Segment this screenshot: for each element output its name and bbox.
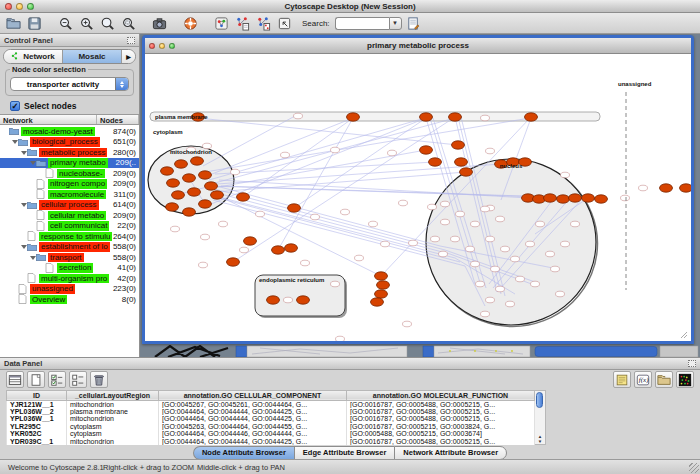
file-icon [36, 179, 46, 189]
zoom-selected-icon[interactable] [119, 14, 138, 32]
snapshot-icon[interactable] [150, 14, 169, 32]
tree-row[interactable]: cellular process614(0) [0, 200, 139, 211]
new-attribute-icon[interactable] [27, 371, 45, 388]
attribute-table-wrap: ID_cellularLayoutRegionannotation.GO CEL… [6, 390, 694, 446]
network-view-titlebar[interactable]: primary metabolic process [145, 38, 691, 54]
disclosure-triangle-icon[interactable] [29, 255, 36, 260]
table-row[interactable]: YLR295Ccytoplasm[GO:0045263, GO:0044464,… [7, 423, 535, 431]
disclosure-triangle-icon[interactable] [20, 202, 27, 207]
tab-network-attribute-browser[interactable]: Network Attribute Browser [394, 446, 507, 460]
control-panel-title: Control Panel [4, 36, 53, 45]
table-cell: [GO:0044464, GO:0044444, GO:0044425, G..… [159, 408, 347, 416]
help-icon[interactable] [181, 14, 200, 32]
status-message: Welcome to Cytoscape 2.8.1 [8, 463, 104, 472]
matrix-icon[interactable] [676, 371, 694, 388]
tree-column-nodes[interactable]: Nodes [97, 115, 139, 124]
tree-row[interactable]: multi-organism pro42(0) [0, 273, 139, 284]
table-column-header[interactable]: ID [7, 390, 67, 400]
tree-row[interactable]: establishment of lo558(0) [0, 242, 139, 253]
search-input[interactable] [335, 17, 389, 30]
node-color-select[interactable]: transporter activity [10, 77, 129, 91]
open-icon[interactable] [4, 14, 23, 32]
delete-attribute-icon[interactable] [90, 371, 108, 388]
tree-row-label: transport [48, 253, 84, 263]
save-icon[interactable] [25, 14, 44, 32]
tree-row[interactable]: biological_process651(0) [0, 137, 139, 148]
table-column-header[interactable]: _cellularLayoutRegion [67, 390, 159, 400]
search-dropdown-button[interactable]: ▼ [389, 17, 402, 30]
toolbar-separator [140, 23, 148, 24]
table-column-header[interactable]: annotation.GO CELLULAR_COMPONENT [159, 390, 347, 400]
scrollbar-thumb[interactable] [536, 392, 543, 408]
tree-row[interactable]: secretion41(0) [0, 263, 139, 274]
tree-row[interactable]: nucleobase-209(0) [0, 168, 139, 179]
tab-network[interactable]: Network [4, 50, 63, 63]
tree-column-network[interactable]: Network [0, 115, 97, 124]
tree-row[interactable]: cellular metabo209(0) [0, 210, 139, 221]
tree-row[interactable]: metabolic process280(0) [0, 147, 139, 158]
table-cell: [GO:0016787, GO:0005215, GO:0003824, G..… [347, 423, 535, 431]
vizmapper-icon[interactable] [212, 14, 231, 32]
float-panel-icon[interactable] [688, 360, 696, 367]
tree-row[interactable]: unassigned223(0) [0, 284, 139, 295]
edit-network-icon[interactable] [233, 14, 252, 32]
attribute-table-icon[interactable] [6, 371, 24, 388]
tree-row[interactable]: response to stimulu264(0) [0, 231, 139, 242]
select-nodes-checkbox[interactable]: ✓ [10, 101, 20, 111]
notes-icon[interactable] [613, 371, 631, 388]
select-attributes-icon[interactable] [48, 371, 66, 388]
table-scrollbar[interactable]: ▲▼ [535, 390, 546, 446]
zoom-fit-icon[interactable] [98, 14, 117, 32]
disclosure-triangle-icon[interactable] [20, 150, 27, 155]
float-panel-icon[interactable] [127, 37, 135, 44]
table-row[interactable]: YKR052Ccytoplasm[GO:0044464, GO:0044446,… [7, 430, 535, 438]
zoom-in-icon[interactable] [77, 14, 96, 32]
table-column-header[interactable]: annotation.GO MOLECULAR_FUNCTION [347, 390, 535, 400]
attribute-table[interactable]: ID_cellularLayoutRegionannotation.GO CEL… [6, 390, 535, 446]
scrollbar-arrows-icon[interactable]: ▲▼ [535, 434, 545, 444]
tree-row[interactable]: cell communicat22(0) [0, 221, 139, 232]
resize-grip-icon[interactable] [689, 463, 699, 473]
tree-row-label: cell communicat [48, 221, 109, 231]
unselect-attributes-icon[interactable] [69, 371, 87, 388]
table-cell: plasma membrane [67, 408, 159, 416]
tree-row[interactable]: Overview8(0) [0, 294, 139, 305]
network-tree-header: Network Nodes [0, 114, 139, 125]
tree-row-count: 42(0) [117, 274, 136, 283]
search-index-icon[interactable] [404, 14, 423, 32]
table-row[interactable]: YPL036W__2plasma membrane[GO:0044464, GO… [7, 408, 535, 416]
tree-row-count: 558(0) [113, 253, 136, 262]
disclosure-triangle-icon[interactable] [29, 160, 36, 165]
table-row[interactable]: YJR121W__1mitochondrion[GO:0045267, GO:0… [7, 400, 535, 408]
tab-mosaic[interactable]: Mosaic [63, 50, 122, 63]
tree-row[interactable]: primary metabo209(.. [0, 158, 139, 169]
tree-row-label: mosaic-demo-yeast [21, 127, 95, 137]
file-icon [27, 273, 37, 283]
tab-edge-attribute-browser[interactable]: Edge Attribute Browser [294, 446, 394, 460]
table-row[interactable]: YDR039C__1mitochondrion[GO:0044464, GO:0… [7, 438, 535, 446]
zoom-out-icon[interactable] [56, 14, 75, 32]
status-message: Middle-click + drag to PAN [197, 463, 285, 472]
tree-row[interactable]: nitrogen compo209(0) [0, 179, 139, 190]
table-row[interactable]: YPL036W__1mitochondrion[GO:0044464, GO:0… [7, 415, 535, 423]
table-cell: [GO:0044464, GO:0044444, GO:0044425, G..… [159, 438, 347, 446]
tab-node-attribute-browser[interactable]: Node Attribute Browser [193, 446, 294, 460]
formula-icon[interactable]: f(x) [634, 371, 652, 388]
table-cell: mitochondrion [67, 415, 159, 423]
tree-row[interactable]: mosaic-demo-yeast874(0) [0, 126, 139, 137]
merge-network-icon[interactable] [254, 14, 273, 32]
table-cell: [GO:0045263, GO:0044464, GO:0044455, G..… [159, 423, 347, 431]
tree-row[interactable]: transport558(0) [0, 252, 139, 263]
tree-row[interactable]: macromolecule311(0) [0, 189, 139, 200]
tab-overflow-button[interactable]: ▶ [122, 50, 135, 63]
network-canvas[interactable]: plasma membranecytoplasmmitochondrionnuc… [145, 54, 691, 341]
import-icon[interactable] [655, 371, 673, 388]
svg-text:endoplasmic reticulum: endoplasmic reticulum [259, 277, 324, 283]
tree-row-label: unassigned [30, 284, 75, 294]
annotation-icon[interactable] [275, 14, 294, 32]
node-color-select-value: transporter activity [11, 80, 115, 89]
tree-row-label: secretion [57, 263, 93, 273]
disclosure-triangle-icon[interactable] [11, 139, 18, 144]
disclosure-triangle-icon[interactable] [20, 244, 27, 249]
tree-row-count: 8(0) [122, 295, 136, 304]
